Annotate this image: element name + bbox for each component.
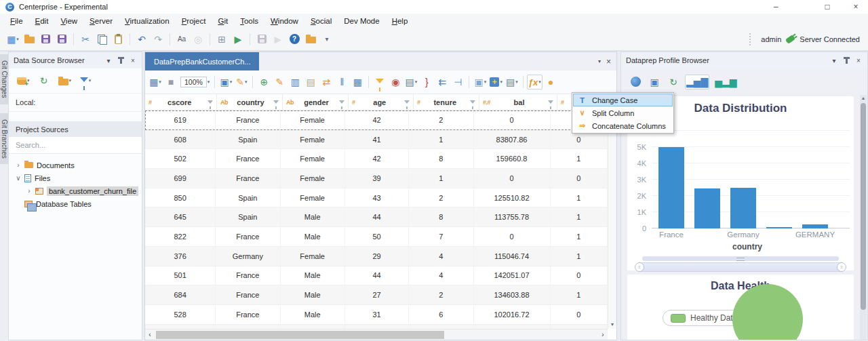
undo-icon-button[interactable]: ↶ <box>134 32 149 47</box>
summarize-icon-button[interactable]: ▤▾ <box>505 75 519 89</box>
close-tab-icon[interactable]: × <box>606 57 611 66</box>
column-header-bal[interactable]: #.#bal <box>479 94 557 110</box>
navigator-grip[interactable] <box>642 256 839 261</box>
split-records-icon-button[interactable]: ⇇ <box>435 75 450 89</box>
menu-item-split-column[interactable]: ∨Split Column <box>573 106 673 119</box>
table-row[interactable]: 501FranceMale444142051.070 <box>145 266 608 286</box>
chart-bar-france[interactable] <box>658 147 684 228</box>
data-profile-icon-button[interactable]: ▣▾ <box>218 75 233 89</box>
tree-item-database-tables[interactable]: Database Tables <box>9 197 142 210</box>
save-icon-button[interactable] <box>38 32 53 47</box>
vertical-scrollbar[interactable]: ▼ <box>608 111 616 329</box>
lookup-icon-button[interactable]: ▤▾ <box>403 75 418 89</box>
close-button[interactable]: × <box>849 2 863 12</box>
column-header-country[interactable]: Abcountry <box>217 94 283 110</box>
chart-bar-unlabeled-4[interactable] <box>766 227 792 228</box>
refresh-icon-button[interactable]: ↻ <box>37 73 52 88</box>
select-columns-icon-button[interactable]: ▤ <box>303 75 318 89</box>
add-database-icon-button[interactable]: ▾ <box>16 73 31 88</box>
filter-funnel-icon[interactable] <box>208 100 213 104</box>
scroll-left-icon[interactable]: ‹ <box>145 331 155 338</box>
add-record-icon-button[interactable]: ⊕ <box>256 75 271 89</box>
filter-funnel-icon[interactable] <box>404 100 410 104</box>
tree-item-files[interactable]: ∨Files <box>9 172 142 184</box>
table-row[interactable]: 376GermanyFemale294115046.741 <box>145 247 608 266</box>
side-tab-git-branches[interactable]: Git Branches <box>0 113 8 165</box>
close-icon[interactable]: × <box>129 56 137 64</box>
merge-records-icon-button[interactable]: ⊣ <box>450 75 465 89</box>
save-to-server-icon-button[interactable] <box>254 32 269 47</box>
filter-funnel-icon[interactable] <box>548 100 553 104</box>
table-row[interactable]: 608SpainFemale41183807.860 <box>145 130 608 150</box>
table-row[interactable]: 699FranceFemale39100 <box>145 169 608 188</box>
minimize-button[interactable]: – <box>769 2 783 12</box>
profile-chart-icon-button[interactable]: ▅▂▆ <box>713 75 738 89</box>
expander-icon[interactable]: › <box>16 161 21 169</box>
chart-bar-unlabeled-2[interactable] <box>694 188 720 228</box>
navigator-left-handle[interactable]: ≡ <box>635 262 644 272</box>
recent-files-icon-button[interactable] <box>303 32 318 47</box>
filter-icon-button[interactable]: ▾ <box>78 73 93 88</box>
scroll-up-icon[interactable]: ▲ <box>860 96 867 100</box>
profile-scrollbar[interactable]: ▲ <box>860 95 867 340</box>
data-rules-icon-button[interactable]: ✎▾ <box>234 75 249 89</box>
chart-range-navigator[interactable]: ≡ ≡ <box>635 256 846 272</box>
column-header-gender[interactable]: Abgender <box>283 94 349 110</box>
navigator-track[interactable]: ≡ ≡ <box>635 262 846 272</box>
pin-icon[interactable] <box>842 56 850 64</box>
functions-icon-button[interactable]: ƒx▾ <box>527 75 542 89</box>
add-folder-icon-button[interactable]: ▾ <box>57 73 73 88</box>
chart-bar-germany[interactable] <box>730 188 756 228</box>
table-row[interactable]: 645SpainMale448113755.781 <box>145 207 608 227</box>
expander-icon[interactable]: › <box>26 187 32 195</box>
menu-view[interactable]: View <box>54 16 83 26</box>
save-all-icon-button[interactable] <box>54 32 69 47</box>
pin-icon[interactable] <box>117 56 125 64</box>
table-row[interactable]: 684FranceMale272134603.881 <box>145 285 608 305</box>
font-icon-button[interactable]: Aa <box>174 32 189 47</box>
menu-item-concatenate-columns[interactable]: ⇒Concatenate Columns <box>573 119 673 132</box>
json-braces-icon-button[interactable]: } <box>419 75 434 89</box>
menu-dev-mode[interactable]: Dev Mode <box>338 16 385 26</box>
table-row[interactable]: 502FranceFemale428159660.81 <box>145 149 608 169</box>
menu-edit[interactable]: Edit <box>29 16 55 26</box>
menu-tools[interactable]: Tools <box>234 16 264 26</box>
menu-file[interactable]: File <box>4 16 29 26</box>
window-position-icon[interactable]: ▾ <box>830 56 838 64</box>
layout-blocks-icon-button[interactable]: ▦ <box>350 75 365 89</box>
menu-help[interactable]: Help <box>386 16 414 26</box>
grid-view-icon-button[interactable]: ▦▾ <box>148 75 163 89</box>
table-row[interactable]: 619FranceFemale4220 <box>145 111 608 130</box>
menu-virtualization[interactable]: Virtualization <box>119 16 176 26</box>
menu-server[interactable]: Server <box>83 16 119 26</box>
copy-icon-button[interactable] <box>94 32 109 47</box>
scrollbar-thumb[interactable] <box>156 331 444 339</box>
chart-bar-germany[interactable] <box>802 224 828 228</box>
start-with-preview-icon-button[interactable]: ▶ <box>231 32 245 47</box>
side-tab-git-changes[interactable]: Git Changes <box>0 54 8 104</box>
deploy-icon-button[interactable]: ▶ <box>271 32 285 47</box>
refresh-icon-button[interactable]: ↻ <box>666 75 681 89</box>
window-position-icon[interactable]: ▾ <box>104 56 113 64</box>
explore-data-icon-button[interactable] <box>628 75 643 89</box>
expander-icon[interactable]: ∨ <box>16 174 21 182</box>
rename-field-icon-button[interactable]: ▥ <box>288 75 302 89</box>
table-row[interactable]: 822FranceMale50701 <box>145 227 608 247</box>
open-file-icon-button[interactable] <box>22 32 37 47</box>
menu-social[interactable]: Social <box>304 16 338 26</box>
profile-card-icon-button[interactable]: ▣ <box>647 75 662 89</box>
maximize-button[interactable]: □ <box>821 2 834 12</box>
tab-dataprep-bank-customer[interactable]: DataPrepBankCustomerCh... <box>145 52 259 71</box>
add-column-icon-button[interactable]: +▾ <box>488 75 504 89</box>
column-header-cscore[interactable]: #cscore <box>145 94 217 110</box>
menu-project[interactable]: Project <box>176 16 212 26</box>
distribution-chart-icon-button[interactable]: ▂▅▇ <box>685 75 709 89</box>
job-progress-icon-button[interactable]: ⊞ <box>214 32 229 47</box>
filter-funnel-icon[interactable] <box>339 100 344 104</box>
close-icon[interactable]: × <box>854 56 863 64</box>
tab-list-icon[interactable]: ▾ <box>598 58 601 64</box>
remove-duplicates-icon-button[interactable]: ◉ <box>388 75 403 89</box>
column-header-age[interactable]: #age <box>349 94 414 110</box>
zoom-level-select-button[interactable]: 100%▾ <box>179 75 211 89</box>
find-icon-button[interactable]: ◎ <box>191 32 205 47</box>
